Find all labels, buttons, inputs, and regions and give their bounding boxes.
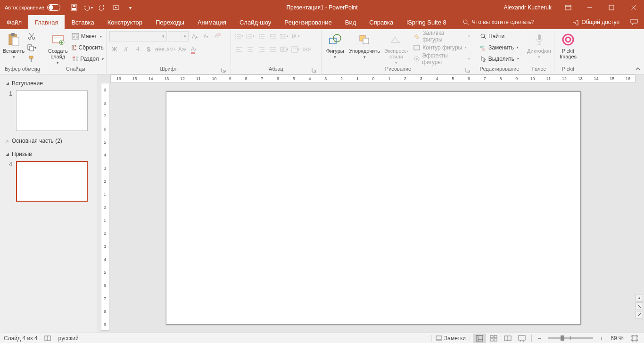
prev-slide-double-button[interactable] — [636, 302, 643, 310]
text-direction-button[interactable]: ⅠA▾ — [290, 31, 301, 41]
section-cta[interactable]: ◢Призыв — [2, 149, 96, 159]
language-indicator[interactable]: русский — [58, 335, 79, 342]
font-launcher[interactable] — [221, 68, 227, 74]
tab-design[interactable]: Конструктор — [101, 15, 149, 29]
bullets-button[interactable]: ▾ — [234, 31, 244, 41]
autosave-toggle[interactable]: Автосохранение — [5, 4, 60, 11]
tab-ispring[interactable]: iSpring Suite 8 — [400, 15, 453, 29]
vertical-ruler[interactable]: 9876543210123456789 — [101, 83, 109, 331]
increase-indent-button[interactable] — [268, 31, 278, 41]
tab-file[interactable]: Файл — [0, 15, 28, 29]
shape-fill-button[interactable]: Заливка фигуры▾ — [411, 31, 472, 41]
tell-me-search[interactable]: Что вы хотите сделать? — [462, 15, 535, 29]
pickit-button[interactable]: Pickit Images — [557, 31, 579, 66]
zoom-slider-thumb[interactable] — [561, 335, 564, 341]
zoom-slider[interactable] — [548, 337, 593, 339]
change-case-button[interactable]: Aa▾ — [177, 44, 188, 55]
share-button[interactable]: Общий доступ — [568, 15, 623, 29]
section-main[interactable]: ▷Основная часть (2) — [2, 136, 96, 146]
zoom-level[interactable]: 69 % — [607, 335, 627, 342]
shadow-button[interactable]: S — [143, 44, 154, 55]
find-button[interactable]: Найти — [478, 31, 521, 41]
dictate-button[interactable]: Диктофон ▾ — [527, 31, 551, 66]
collapse-ribbon-button[interactable] — [635, 65, 642, 73]
slide-panel[interactable]: ◢Вступление 1 ▷Основная часть (2) ◢Призы… — [0, 74, 98, 333]
strikethrough-button[interactable]: abc — [155, 44, 165, 55]
redo-button[interactable] — [96, 1, 108, 14]
slide-counter[interactable]: Слайд 4 из 4 — [4, 335, 38, 342]
smartart-button[interactable]: ▾ — [302, 44, 312, 55]
italic-button[interactable]: К — [121, 44, 131, 55]
undo-button[interactable]: ▾ — [82, 1, 94, 14]
section-button[interactable]: Раздел▾ — [70, 54, 106, 64]
shapes-button[interactable]: Фигуры ▾ — [324, 31, 346, 66]
section-intro[interactable]: ◢Вступление — [2, 78, 96, 89]
tab-review[interactable]: Рецензирование — [278, 15, 338, 29]
slide-4-thumbnail[interactable] — [16, 161, 88, 202]
font-color-button[interactable]: A▾ — [189, 44, 199, 55]
normal-view-button[interactable] — [473, 334, 486, 343]
tab-view[interactable]: Вид — [339, 15, 363, 29]
maximize-button[interactable] — [601, 0, 622, 15]
format-painter-button[interactable] — [26, 54, 37, 64]
qat-customize-button[interactable]: ▾ — [124, 1, 137, 14]
horizontal-ruler[interactable]: 1615141312111098765432101234567891011121… — [110, 74, 636, 83]
tab-transitions[interactable]: Переходы — [149, 15, 191, 29]
copy-button[interactable]: ▾ — [26, 42, 37, 53]
shape-effects-button[interactable]: Эффекты фигуры▾ — [411, 54, 472, 64]
columns-button[interactable]: ▾ — [279, 44, 289, 55]
prev-slide-button[interactable]: ▲ — [636, 294, 643, 302]
align-text-button[interactable]: ▾ — [290, 44, 301, 55]
user-name[interactable]: Alexandr Kucheruk — [504, 4, 552, 11]
shape-outline-button[interactable]: Контур фигуры▾ — [411, 42, 472, 53]
decrease-font-button[interactable]: A▾ — [201, 31, 211, 41]
tab-slideshow[interactable]: Слайд-шоу — [233, 15, 278, 29]
replace-button[interactable]: abacЗаменить▾ — [478, 42, 521, 53]
start-from-beginning-button[interactable] — [110, 1, 123, 14]
paragraph-launcher[interactable] — [312, 68, 317, 74]
quick-styles-button[interactable]: Экспресс- стили ▾ — [383, 31, 409, 66]
slide-canvas[interactable] — [166, 91, 581, 325]
zoom-in-button[interactable]: + — [597, 334, 606, 343]
underline-button[interactable]: Ч — [132, 44, 142, 55]
clear-formatting-button[interactable]: A — [212, 31, 223, 41]
align-right-button[interactable] — [256, 44, 267, 55]
comments-button[interactable] — [627, 15, 641, 29]
clipboard-launcher[interactable] — [35, 68, 41, 74]
align-center-button[interactable] — [245, 44, 256, 55]
tab-insert[interactable]: Вставка — [65, 15, 100, 29]
spellcheck-button[interactable] — [44, 335, 52, 342]
slide-sorter-button[interactable] — [487, 334, 500, 343]
char-spacing-button[interactable]: AV▾ — [166, 44, 176, 55]
slideshow-view-button[interactable] — [515, 334, 528, 343]
next-slide-double-button[interactable] — [636, 311, 643, 318]
new-slide-button[interactable]: Создать слайд ▾ — [48, 31, 68, 66]
ribbon-display-options-button[interactable] — [557, 0, 579, 15]
tab-home[interactable]: Главная — [28, 15, 65, 29]
fit-to-window-button[interactable] — [628, 334, 641, 343]
minimize-button[interactable] — [579, 0, 601, 15]
close-button[interactable] — [622, 0, 644, 15]
align-left-button[interactable] — [234, 44, 244, 55]
cut-button[interactable] — [26, 31, 37, 41]
increase-font-button[interactable]: A▴ — [190, 31, 200, 41]
reading-view-button[interactable] — [501, 334, 514, 343]
tab-help[interactable]: Справка — [363, 15, 400, 29]
zoom-out-button[interactable]: − — [535, 334, 544, 343]
layout-button[interactable]: Макет▾ — [70, 31, 106, 41]
font-size-combo[interactable]: ▾ — [168, 31, 189, 41]
save-button[interactable] — [68, 1, 80, 14]
numbering-button[interactable]: 123▾ — [245, 31, 256, 41]
arrange-button[interactable]: Упорядочить ▾ — [348, 31, 381, 66]
reset-button[interactable]: Сбросить — [70, 42, 106, 53]
font-name-combo[interactable]: ▾ — [109, 31, 167, 41]
notes-button[interactable]: Заметки — [431, 335, 470, 342]
tab-animations[interactable]: Анимация — [191, 15, 233, 29]
select-button[interactable]: Выделить▾ — [478, 54, 521, 64]
slide-1-thumbnail[interactable] — [16, 90, 88, 131]
bold-button[interactable]: Ж — [109, 44, 120, 55]
drawing-launcher[interactable] — [465, 68, 471, 74]
decrease-indent-button[interactable] — [256, 31, 267, 41]
justify-button[interactable] — [268, 44, 278, 55]
paste-button[interactable]: Вставить ▾ — [3, 31, 25, 66]
